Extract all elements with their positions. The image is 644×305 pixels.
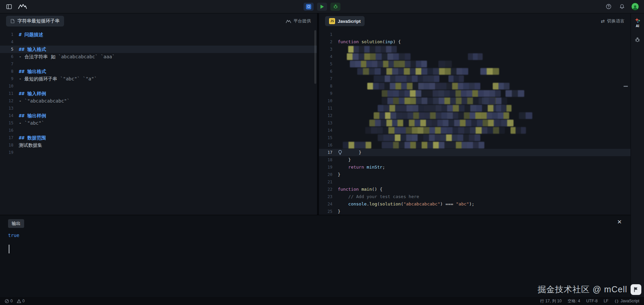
- line-number: 24: [319, 200, 338, 208]
- line-content: }: [338, 171, 631, 178]
- code-line-6[interactable]: 6: [319, 68, 631, 75]
- user-avatar[interactable]: [631, 2, 639, 11]
- code-line-23[interactable]: 23 // Add your test cases here: [319, 193, 631, 200]
- code-line-1[interactable]: 1: [319, 31, 631, 38]
- markdown-line-1[interactable]: 1# 问题描述: [0, 31, 317, 38]
- code-line-17[interactable]: 17 }: [319, 149, 631, 156]
- code-editor[interactable]: 12function solution(inp) {34567891011121…: [319, 29, 631, 215]
- braces-icon: {}: [614, 299, 619, 303]
- blurred-code-mosaic: [438, 61, 452, 67]
- line-content: [338, 60, 631, 68]
- code-line-24[interactable]: 24 console.log(solution("abcabcabcabc") …: [319, 200, 631, 208]
- blurred-code-mosaic: [468, 53, 483, 60]
- output-tab[interactable]: 输出: [8, 219, 24, 228]
- code-line-11[interactable]: 11: [319, 105, 631, 112]
- language-tab[interactable]: JS JavaScript: [325, 16, 365, 26]
- errors-indicator[interactable]: 0: [5, 299, 13, 303]
- terminal-caret[interactable]: [9, 245, 9, 253]
- output-value: true: [8, 233, 623, 238]
- line-content: [19, 127, 317, 134]
- code-line-16[interactable]: 16: [319, 141, 631, 149]
- problem-pane-header: 字符串最短循环子串 平台提供: [0, 13, 317, 29]
- ai-assistant-button[interactable]: AI: [635, 17, 641, 28]
- line-number: 4: [0, 38, 19, 46]
- activity-debug-button[interactable]: [633, 35, 642, 44]
- close-icon[interactable]: ✕: [617, 219, 622, 225]
- markdown-line-14[interactable]: 14## 输出样例: [0, 112, 317, 119]
- markdown-line-6[interactable]: 6- 合法字符串 如 `abcabcabcabc` `aaa`: [0, 53, 317, 60]
- line-content: }: [338, 149, 631, 156]
- code-line-20[interactable]: 20}: [319, 171, 631, 178]
- code-line-12[interactable]: 12: [319, 112, 631, 119]
- switch-language-button[interactable]: ⇄ 切换语言: [601, 18, 625, 24]
- line-content: ## 输出样例: [19, 112, 317, 119]
- eol-setting[interactable]: LF: [604, 299, 608, 303]
- line-number: 6: [319, 68, 338, 75]
- code-line-10[interactable]: 10: [319, 97, 631, 105]
- lightbulb-icon[interactable]: [338, 150, 343, 155]
- code-line-25[interactable]: 25}: [319, 208, 631, 215]
- blurred-code-mosaic: [347, 53, 411, 60]
- code-line-14[interactable]: 14: [319, 127, 631, 134]
- problem-title-chip[interactable]: 字符串最短循环子串: [6, 16, 64, 26]
- markdown-line-5[interactable]: 5## 输入格式: [0, 46, 317, 53]
- markdown-line-11[interactable]: 11## 输入样例: [0, 90, 317, 97]
- code-line-3[interactable]: 3: [319, 46, 631, 53]
- run-button[interactable]: [317, 3, 327, 11]
- app-logo-mountain-icon[interactable]: [18, 2, 27, 11]
- code-line-22[interactable]: 22function main() {: [319, 186, 631, 193]
- code-line-5[interactable]: 5: [319, 60, 631, 68]
- markdown-line-8[interactable]: 8## 输出格式: [0, 68, 317, 75]
- line-content: [19, 105, 317, 112]
- code-line-7[interactable]: 7: [319, 75, 631, 82]
- left-scrollbar-thumb[interactable]: [314, 30, 316, 84]
- code-line-9[interactable]: 9: [319, 90, 631, 97]
- markdown-line-4[interactable]: 4: [0, 38, 317, 46]
- blurred-code-mosaic: [382, 90, 501, 97]
- code-line-18[interactable]: 18 }: [319, 156, 631, 164]
- warnings-indicator[interactable]: 0: [17, 299, 25, 303]
- markdown-line-19[interactable]: 19: [0, 149, 317, 156]
- markdown-line-7[interactable]: 7: [0, 60, 317, 68]
- format-button[interactable]: [304, 3, 314, 11]
- markdown-line-17[interactable]: 17## 数据范围: [0, 134, 317, 141]
- line-number: 22: [319, 186, 338, 193]
- markdown-line-13[interactable]: 13: [0, 105, 317, 112]
- markdown-line-10[interactable]: 10: [0, 82, 317, 90]
- markdown-line-12[interactable]: 12- `"abcabcabcabc"`: [0, 97, 317, 105]
- line-number: 6: [0, 53, 19, 60]
- markdown-line-18[interactable]: 18测试数据集: [0, 141, 317, 149]
- help-icon[interactable]: [604, 2, 613, 11]
- line-number: 16: [0, 127, 19, 134]
- code-line-19[interactable]: 19 return minStr;: [319, 164, 631, 171]
- line-number: 17: [0, 134, 19, 141]
- indent-setting[interactable]: 空格: 4: [568, 298, 580, 304]
- line-content: [338, 68, 631, 75]
- code-line-8[interactable]: 8: [319, 82, 631, 90]
- code-line-21[interactable]: 21: [319, 178, 631, 186]
- markdown-line-15[interactable]: 15- `"abc"`: [0, 119, 317, 127]
- code-line-4[interactable]: 4: [319, 53, 631, 60]
- line-content: [338, 90, 631, 97]
- cursor-position[interactable]: 行 17, 列 10: [540, 298, 561, 304]
- sparkle-icon: [635, 17, 641, 23]
- line-content: function main() {: [338, 186, 631, 193]
- line-content: [19, 60, 317, 68]
- watermark: 掘金技术社区 @ mCell: [538, 284, 641, 295]
- bug-icon: [333, 4, 338, 9]
- bell-icon[interactable]: [618, 2, 626, 11]
- encoding-setting[interactable]: UTF-8: [586, 299, 598, 303]
- language-mode[interactable]: {} JavaScript: [614, 299, 639, 303]
- markdown-line-9[interactable]: 9- 最短的循环子串 `"abc"` `"a"`: [0, 75, 317, 82]
- markdown-line-16[interactable]: 16: [0, 127, 317, 134]
- debug-button[interactable]: [330, 3, 340, 11]
- line-number: 14: [0, 112, 19, 119]
- code-line-15[interactable]: 15: [319, 134, 631, 141]
- line-content: [338, 134, 631, 141]
- line-number: 18: [0, 141, 19, 149]
- code-line-2[interactable]: 2function solution(inp) {: [319, 38, 631, 46]
- panel-toggle-icon[interactable]: [5, 2, 13, 11]
- markdown-editor[interactable]: 1# 问题描述45## 输入格式6- 合法字符串 如 `abcabcabcabc…: [0, 29, 317, 215]
- platform-provided-label[interactable]: 平台提供: [286, 18, 311, 24]
- code-line-13[interactable]: 13: [319, 119, 631, 127]
